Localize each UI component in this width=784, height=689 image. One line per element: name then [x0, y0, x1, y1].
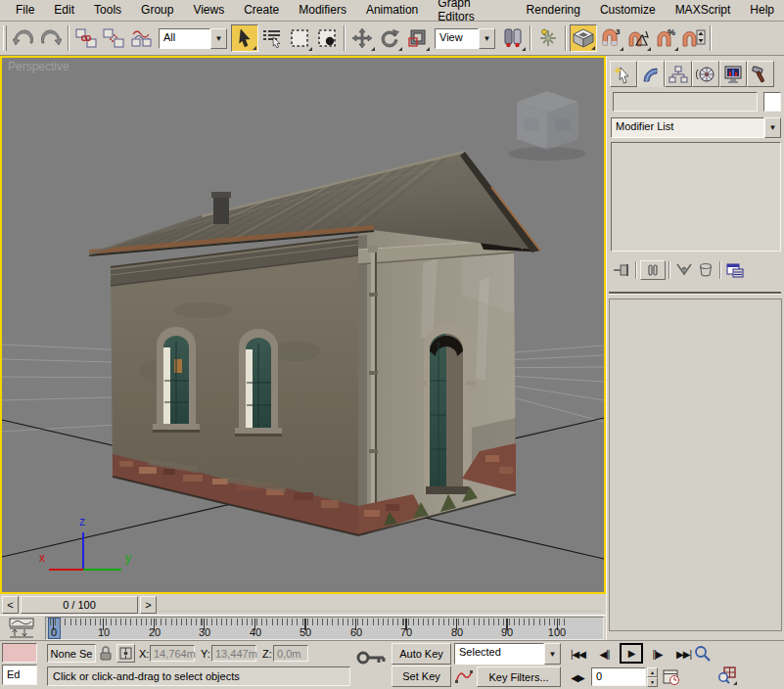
lock-selection-button[interactable]: [99, 645, 113, 662]
time-slider-next-button[interactable]: >: [140, 596, 157, 614]
angle-snap-button[interactable]: [624, 24, 652, 52]
select-and-move-button[interactable]: [348, 24, 376, 52]
percent-snap-button[interactable]: %: [652, 24, 679, 52]
select-and-scale-button[interactable]: [403, 24, 431, 52]
remove-modifier-button[interactable]: [695, 259, 716, 281]
make-unique-icon: [675, 262, 693, 278]
snaps-toggle-button[interactable]: [570, 24, 597, 52]
time-slider-button[interactable]: 0 / 100: [21, 596, 138, 614]
next-frame-button[interactable]: ||▶: [646, 645, 669, 664]
menu-views[interactable]: Views: [183, 0, 234, 21]
frame-spinner[interactable]: ▲ ▼: [647, 667, 658, 686]
show-end-result-button[interactable]: [640, 260, 666, 280]
zoom-all-button[interactable]: [715, 665, 738, 686]
menu-modifiers[interactable]: Modifiers: [289, 0, 356, 21]
time-slider-prev-button[interactable]: <: [2, 596, 19, 614]
window-crossing-toggle-button[interactable]: [313, 24, 341, 52]
menu-edit[interactable]: Edit: [44, 0, 84, 21]
previous-frame-button[interactable]: ◀||: [593, 645, 616, 664]
key-mode-toggle-button[interactable]: ◀▶: [568, 668, 587, 686]
reference-coordsys-combo[interactable]: View ▼: [435, 28, 495, 49]
object-color-swatch[interactable]: [763, 92, 781, 112]
rectangular-selection-region-button[interactable]: [286, 24, 313, 52]
hierarchy-icon: [669, 65, 688, 84]
absolute-mode-icon: [119, 647, 132, 660]
tab-display[interactable]: [719, 61, 747, 87]
menu-help[interactable]: Help: [740, 0, 784, 21]
viewport-label[interactable]: Perspective: [8, 60, 69, 73]
key-scope-dropdown-icon[interactable]: ▼: [544, 643, 561, 665]
go-to-start-button[interactable]: |◀◀: [566, 645, 590, 664]
menu-graph-editors[interactable]: Graph Editors: [428, 0, 516, 27]
pin-icon: [613, 263, 630, 277]
time-slider-track[interactable]: [159, 598, 602, 612]
spinner-down-icon[interactable]: ▼: [647, 677, 658, 687]
select-object-button[interactable]: [231, 24, 258, 52]
mini-listener-pane[interactable]: Ed: [2, 665, 37, 685]
make-unique-button[interactable]: [673, 259, 695, 281]
toolbar-grip[interactable]: [3, 25, 7, 51]
key-filters-button[interactable]: Key Filters...: [477, 666, 561, 687]
house-model[interactable]: [89, 152, 540, 535]
select-by-name-button[interactable]: [258, 24, 286, 52]
y-coord-field[interactable]: 13,447m: [211, 645, 256, 662]
configure-modifier-sets-button[interactable]: [724, 259, 746, 281]
selection-filter-dropdown-icon[interactable]: ▼: [210, 28, 227, 49]
perspective-viewport[interactable]: z x y Perspective: [0, 56, 606, 594]
key-scope-combo[interactable]: Selected ▼: [454, 643, 561, 665]
angle-snap-toggle-button[interactable]: 3: [597, 24, 624, 52]
use-pivot-point-center-button[interactable]: [499, 24, 527, 52]
z-coord-label: Z:: [262, 648, 272, 660]
selection-filter-combo[interactable]: All ▼: [159, 28, 227, 49]
magnet-percent-icon: %: [654, 27, 677, 49]
x-coord-field[interactable]: 14,764m: [150, 645, 195, 662]
svg-text:z: z: [79, 515, 85, 528]
spinner-snap-button[interactable]: [679, 24, 707, 52]
absolute-offset-toggle-button[interactable]: [116, 644, 135, 663]
menu-rendering[interactable]: Rendering: [517, 0, 590, 21]
set-key-button[interactable]: Set Key: [392, 666, 451, 687]
object-name-field[interactable]: [613, 92, 758, 112]
undo-button[interactable]: [10, 24, 37, 52]
coordsys-dropdown-icon[interactable]: ▼: [479, 28, 495, 49]
bind-to-space-warp-button[interactable]: [127, 24, 155, 52]
tab-utilities[interactable]: [747, 61, 774, 87]
viewcube-gizmo[interactable]: [508, 91, 586, 161]
play-button[interactable]: ▶: [620, 643, 643, 664]
keyboard-shortcut-override-button[interactable]: [356, 649, 386, 666]
tab-modify[interactable]: [637, 61, 665, 87]
time-configuration-button[interactable]: [663, 668, 680, 686]
menu-animation[interactable]: Animation: [356, 0, 428, 21]
tab-hierarchy[interactable]: [665, 61, 692, 87]
menu-file[interactable]: File: [6, 0, 44, 21]
open-mini-curve-editor-button[interactable]: [8, 618, 39, 638]
menu-create[interactable]: Create: [234, 0, 289, 21]
zoom-button[interactable]: [691, 643, 714, 665]
modifier-list-combo[interactable]: Modifier List ▼: [611, 117, 781, 138]
house-tall-window: [417, 325, 476, 494]
timeline-ruler[interactable]: 0 10 20 30 40 50 60 70 80 90 100: [45, 617, 604, 640]
pin-stack-button[interactable]: [611, 259, 632, 281]
select-and-rotate-button[interactable]: [376, 24, 403, 52]
current-frame-field[interactable]: 0: [591, 667, 646, 686]
key-icon: [356, 649, 386, 666]
redo-button[interactable]: [37, 24, 65, 52]
select-and-manipulate-button[interactable]: [534, 24, 562, 52]
rollout-area: [609, 299, 782, 631]
viewport-canvas[interactable]: z x y: [2, 58, 604, 592]
spinner-up-icon[interactable]: ▲: [647, 667, 658, 677]
default-tangent-button[interactable]: [454, 667, 474, 685]
auto-key-button[interactable]: Auto Key: [392, 643, 451, 665]
tab-create[interactable]: [610, 61, 637, 87]
menu-maxscript[interactable]: MAXScript: [666, 0, 741, 21]
menu-customize[interactable]: Customize: [590, 0, 666, 21]
macro-recorder-pane[interactable]: [2, 643, 37, 663]
menu-group[interactable]: Group: [131, 0, 183, 21]
z-coord-field[interactable]: 0,0m: [273, 645, 308, 662]
unlink-selection-button[interactable]: [100, 24, 127, 52]
modifier-stack-list[interactable]: [611, 142, 781, 252]
menu-tools[interactable]: Tools: [84, 0, 131, 21]
modifier-list-dropdown-icon[interactable]: ▼: [764, 117, 781, 138]
select-and-link-button[interactable]: [72, 24, 100, 52]
tab-motion[interactable]: [692, 61, 719, 87]
